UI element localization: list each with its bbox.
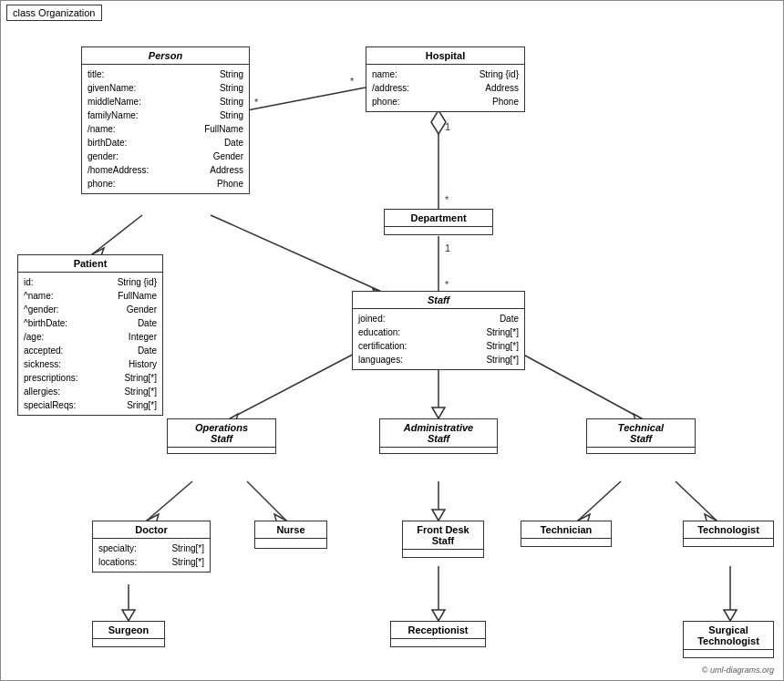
class-doctor-header: Doctor	[93, 521, 210, 539]
class-administrative-staff-body	[380, 448, 497, 453]
class-staff: Staff joined:Date education:String[*] ce…	[352, 291, 525, 370]
svg-line-10	[92, 215, 142, 254]
svg-text:*: *	[350, 76, 355, 87]
class-operations-staff: OperationsStaff	[167, 418, 276, 454]
class-front-desk-staff-header: Front DeskStaff	[403, 521, 483, 550]
class-person: Person title:String givenName:String mid…	[81, 46, 250, 194]
class-operations-staff-header: OperationsStaff	[168, 419, 275, 448]
class-department: Department	[384, 209, 493, 235]
class-surgeon-body	[93, 639, 164, 646]
copyright: © uml-diagrams.org	[702, 666, 774, 675]
svg-text:1: 1	[445, 242, 450, 253]
class-receptionist-header: Receptionist	[391, 622, 485, 639]
svg-marker-25	[432, 510, 445, 521]
class-nurse-body	[255, 539, 326, 548]
class-receptionist: Receptionist	[390, 621, 486, 647]
class-nurse-header: Nurse	[255, 521, 326, 539]
svg-marker-31	[122, 610, 135, 621]
class-doctor-body: specialty:String[*] locations:String[*]	[93, 539, 210, 572]
diagram-title: class Organization	[6, 5, 102, 21]
diagram-container: class Organization * * 1 * 1 *	[0, 0, 784, 681]
class-surgeon: Surgeon	[92, 621, 165, 647]
class-surgical-technologist-header: SurgicalTechnologist	[684, 622, 773, 650]
class-administrative-staff-header: AdministrativeStaff	[380, 419, 497, 448]
class-administrative-staff: AdministrativeStaff	[379, 418, 498, 454]
class-surgeon-header: Surgeon	[93, 622, 164, 639]
class-person-header: Person	[82, 47, 249, 65]
class-technologist-header: Technologist	[684, 521, 773, 539]
class-front-desk-staff-body	[403, 550, 483, 557]
class-technician-body	[521, 539, 611, 546]
class-surgical-technologist-body	[684, 650, 773, 657]
class-technical-staff-header: TechnicalStaff	[587, 419, 695, 448]
svg-text:*: *	[445, 194, 449, 205]
class-receptionist-body	[391, 639, 485, 646]
svg-line-12	[211, 215, 384, 293]
svg-marker-33	[432, 610, 445, 621]
class-nurse: Nurse	[254, 521, 327, 549]
class-doctor: Doctor specialty:String[*] locations:Str…	[92, 521, 211, 573]
class-patient-header: Patient	[18, 255, 162, 273]
class-operations-staff-body	[168, 448, 275, 453]
class-department-body	[385, 227, 492, 234]
svg-text:1: 1	[445, 121, 450, 132]
class-hospital-header: Hospital	[366, 47, 524, 65]
class-surgical-technologist: SurgicalTechnologist	[683, 621, 774, 658]
svg-line-22	[247, 481, 286, 521]
svg-marker-17	[432, 408, 445, 418]
class-hospital: Hospital name:String {id} /address:Addre…	[366, 46, 525, 112]
svg-line-26	[578, 481, 621, 521]
class-technologist-body	[684, 539, 773, 546]
svg-line-28	[676, 481, 717, 521]
svg-marker-4	[431, 110, 446, 134]
svg-text:*: *	[254, 97, 259, 108]
class-technical-staff-body	[587, 448, 695, 453]
class-technician-header: Technician	[521, 521, 611, 539]
svg-text:*: *	[445, 279, 449, 290]
class-staff-header: Staff	[353, 292, 524, 309]
class-front-desk-staff: Front DeskStaff	[402, 521, 484, 558]
class-hospital-body: name:String {id} /address:Address phone:…	[366, 65, 524, 111]
class-technician: Technician	[521, 521, 612, 547]
svg-line-20	[147, 481, 192, 521]
class-department-header: Department	[385, 210, 492, 227]
class-patient-body: id:String {id} ^name:FullName ^gender:Ge…	[18, 273, 162, 415]
svg-line-0	[247, 88, 366, 110]
class-staff-body: joined:Date education:String[*] certific…	[353, 309, 524, 369]
class-person-body: title:String givenName:String middleName…	[82, 65, 249, 193]
class-technologist: Technologist	[683, 521, 774, 547]
svg-marker-35	[724, 610, 737, 621]
class-technical-staff: TechnicalStaff	[586, 418, 696, 454]
class-patient: Patient id:String {id} ^name:FullName ^g…	[17, 254, 163, 416]
